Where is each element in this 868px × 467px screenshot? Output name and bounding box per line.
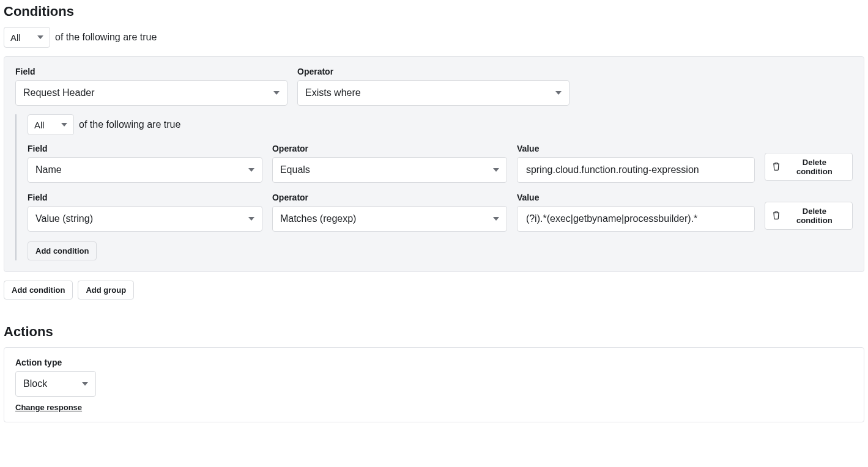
chevron-down-icon [555, 91, 562, 95]
nested-field-select[interactable]: Name [28, 157, 262, 183]
action-type-select[interactable]: Block [15, 371, 96, 397]
nested-add-condition-button[interactable]: Add condition [28, 241, 97, 260]
condition-row: Field Name Operator Equals Value [28, 144, 853, 183]
field-label: Field [28, 193, 262, 202]
nested-match-row: All of the following are true [28, 114, 853, 135]
action-type-label: Action type [15, 358, 96, 367]
chevron-down-icon [493, 217, 499, 221]
outer-match-value: All [10, 32, 21, 43]
nested-field-value: Value (string) [35, 213, 93, 224]
conditions-panel: Field Request Header Operator Exists whe… [4, 56, 864, 272]
value-input[interactable] [517, 206, 755, 232]
value-label: Value [517, 193, 755, 202]
condition-row: Field Value (string) Operator Matches (r… [28, 193, 853, 232]
nested-operator-select[interactable]: Matches (regexp) [272, 206, 507, 232]
chevron-down-icon [82, 382, 88, 386]
chevron-down-icon [248, 168, 254, 172]
add-condition-label: Add condition [12, 285, 65, 295]
delete-condition-button[interactable]: Delete condition [765, 153, 853, 181]
nested-operator-value: Equals [280, 164, 310, 175]
outer-match-select[interactable]: All [4, 27, 50, 48]
field-label: Field [28, 144, 262, 153]
field-select[interactable]: Request Header [15, 80, 287, 106]
field-label: Field [15, 67, 287, 76]
nested-field-value: Name [35, 164, 62, 175]
change-response-link[interactable]: Change response [15, 403, 82, 412]
actions-panel: Action type Block Change response [4, 347, 864, 422]
nested-match-value: All [34, 120, 45, 130]
operator-label: Operator [297, 67, 569, 76]
outer-match-row: All of the following are true [4, 27, 864, 48]
add-group-button[interactable]: Add group [78, 281, 134, 300]
nested-match-select[interactable]: All [28, 114, 74, 135]
nested-operator-select[interactable]: Equals [272, 157, 507, 183]
operator-label: Operator [272, 193, 507, 202]
operator-select-value: Exists where [305, 87, 361, 98]
nested-operator-value: Matches (regexp) [280, 213, 357, 224]
nested-following-text: of the following are true [79, 119, 180, 130]
conditions-button-row: Add condition Add group [4, 281, 864, 300]
chevron-down-icon [273, 91, 280, 95]
operator-select[interactable]: Exists where [297, 80, 569, 106]
value-input[interactable] [517, 157, 755, 183]
nested-field-select[interactable]: Value (string) [28, 206, 262, 232]
action-type-value: Block [23, 378, 47, 389]
delete-condition-label: Delete condition [784, 207, 845, 225]
field-select-value: Request Header [23, 87, 95, 98]
chevron-down-icon [61, 123, 67, 127]
trash-icon [773, 211, 780, 221]
trash-icon [773, 162, 780, 172]
add-condition-button[interactable]: Add condition [4, 281, 73, 300]
value-label: Value [517, 144, 755, 153]
nested-add-condition-label: Add condition [35, 246, 89, 256]
delete-condition-button[interactable]: Delete condition [765, 202, 853, 230]
chevron-down-icon [493, 168, 499, 172]
conditions-title: Conditions [4, 4, 864, 20]
add-group-label: Add group [86, 285, 126, 295]
chevron-down-icon [248, 217, 254, 221]
delete-condition-label: Delete condition [784, 158, 845, 176]
operator-label: Operator [272, 144, 507, 153]
actions-title: Actions [4, 324, 864, 340]
outer-following-text: of the following are true [55, 32, 157, 43]
chevron-down-icon [37, 35, 43, 39]
nested-conditions: All of the following are true Field Name… [15, 114, 853, 260]
